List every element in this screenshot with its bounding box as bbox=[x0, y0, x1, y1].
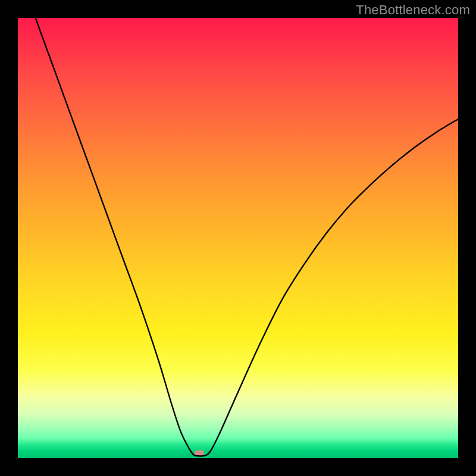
watermark-text: TheBottleneck.com bbox=[356, 2, 470, 18]
bottleneck-curve bbox=[18, 18, 458, 458]
chart-frame: TheBottleneck.com bbox=[0, 0, 476, 476]
plot-area bbox=[18, 18, 458, 458]
